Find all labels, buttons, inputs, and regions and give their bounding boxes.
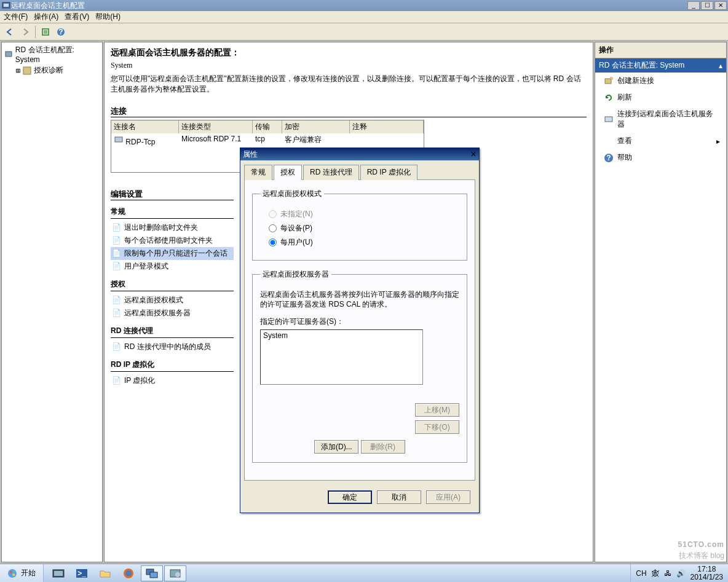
setting-broker-member[interactable]: 📄RD 连接代理中的场的成员 — [111, 340, 234, 353]
broker-group: RD 连接代理 — [111, 326, 234, 338]
windows-icon — [7, 568, 17, 578]
svg-rect-3 — [44, 30, 47, 34]
setting-icon: 📄 — [112, 296, 122, 305]
task-server-manager[interactable] — [47, 565, 69, 581]
task-explorer[interactable] — [94, 565, 116, 581]
tab-broker[interactable]: RD 连接代理 — [303, 165, 359, 180]
setting-icon: 📄 — [112, 262, 122, 272]
connection-icon — [114, 135, 124, 144]
col-comment[interactable]: 注释 — [350, 120, 424, 133]
move-up-button: 上移(M) — [415, 403, 459, 417]
svg-rect-14 — [10, 571, 12, 573]
forward-button[interactable] — [18, 25, 33, 39]
new-connection-icon — [604, 76, 614, 86]
ok-button[interactable]: 确定 — [328, 490, 372, 504]
action-connect-server[interactable]: 连接到远程桌面会话主机服务器 — [595, 106, 726, 133]
collapse-icon[interactable]: ▴ — [719, 61, 722, 70]
tray-icon[interactable]: 🖧 — [664, 569, 671, 578]
list-item[interactable]: System — [263, 331, 420, 340]
app-icon — [1, 1, 11, 10]
setting-icon: 📄 — [112, 309, 122, 318]
dialog-tabs: 常规 授权 RD 连接代理 RD IP 虚拟化 — [244, 164, 475, 180]
svg-rect-16 — [10, 573, 12, 576]
col-encryption[interactable]: 加密 — [282, 120, 350, 133]
svg-rect-19 — [54, 571, 63, 576]
tree-root[interactable]: RD 会话主机配置: System — [4, 44, 100, 65]
window-title: 远程桌面会话主机配置 — [11, 1, 85, 11]
task-firefox[interactable] — [117, 565, 140, 581]
back-button[interactable] — [2, 25, 17, 39]
general-group: 常规 — [111, 206, 234, 219]
tray-icon[interactable]: 🕸 — [652, 569, 659, 578]
setting-restrict-session[interactable]: 📄限制每个用户只能进行一个会话 — [111, 247, 234, 260]
connect-icon — [604, 114, 614, 124]
clock-date[interactable]: 2014/1/23 — [690, 573, 723, 581]
actions-header: 操作 — [595, 42, 726, 58]
col-name[interactable]: 连接名 — [111, 120, 179, 133]
properties-dialog: 属性 ✕ 常规 授权 RD 连接代理 RD IP 虚拟化 远程桌面授权模式 未指… — [240, 147, 480, 513]
tab-general[interactable]: 常规 — [244, 165, 272, 180]
svg-rect-10 — [605, 117, 612, 122]
tab-license[interactable]: 授权 — [274, 165, 302, 180]
svg-rect-6 — [6, 51, 12, 56]
refresh-tbtn[interactable] — [38, 25, 53, 39]
table-row[interactable]: RDP-Tcp Microsoft RDP 7.1 tcp 客户端兼容 — [111, 133, 424, 147]
tree-pane: RD 会话主机配置: System ⊞ 授权诊断 — [1, 42, 103, 562]
svg-point-23 — [125, 570, 132, 576]
server-list-label: 指定的许可证服务器(S)： — [260, 317, 459, 327]
radio-per-device[interactable]: 每设备(P) — [269, 223, 459, 234]
task-config[interactable] — [164, 565, 186, 581]
col-type[interactable]: 连接类型 — [179, 120, 253, 133]
setting-license-server[interactable]: 📄远程桌面授权服务器 — [111, 307, 234, 320]
setting-use-temp[interactable]: 📄每个会话都使用临时文件夹 — [111, 234, 234, 247]
tree-child-license-diag[interactable]: ⊞ 授权诊断 — [16, 65, 100, 76]
actions-context-bar: RD 会话主机配置: System ▴ — [595, 58, 726, 73]
start-button[interactable]: 开始 — [0, 564, 44, 582]
system-name: System — [111, 61, 587, 70]
tab-rdip[interactable]: RD IP 虚拟化 — [360, 165, 417, 180]
col-transport[interactable]: 传输 — [253, 120, 282, 133]
radio-unspecified: 未指定(N) — [269, 209, 459, 219]
toolbar: ? — [0, 23, 728, 41]
menu-file[interactable]: 文件(F) — [4, 12, 28, 22]
server-listbox[interactable]: System — [260, 329, 423, 385]
lang-indicator[interactable]: CH — [636, 569, 646, 578]
menu-help[interactable]: 帮助(H) — [95, 12, 121, 22]
clock-time[interactable]: 17:18 — [690, 565, 723, 573]
minimize-button[interactable]: _ — [687, 1, 700, 10]
action-help[interactable]: ?帮助 — [595, 149, 726, 166]
menu-action[interactable]: 操作(A) — [34, 12, 58, 22]
help-icon: ? — [604, 153, 614, 163]
server-icon — [4, 50, 14, 60]
license-server-group: 远程桌面授权服务器 远程桌面会话主机服务器将按列出许可证服务器的顺序向指定的许可… — [252, 269, 467, 463]
setting-license-mode[interactable]: 📄远程桌面授权模式 — [111, 294, 234, 307]
svg-rect-8 — [115, 137, 122, 142]
setting-delete-temp[interactable]: 📄退出时删除临时文件夹 — [111, 221, 234, 234]
cancel-button[interactable]: 取消 — [377, 490, 421, 504]
task-rdp[interactable] — [141, 565, 163, 581]
connections-section-title: 连接 — [111, 106, 587, 117]
rdip-group: RD IP 虚拟化 — [111, 360, 234, 372]
action-view[interactable]: 查看▸ — [595, 133, 726, 149]
action-create-connection[interactable]: 创建新连接 — [595, 73, 726, 89]
menu-bar: 文件(F) 操作(A) 查看(V) 帮助(H) — [0, 11, 728, 23]
add-button[interactable]: 添加(D)... — [314, 440, 358, 454]
action-refresh[interactable]: 刷新 — [595, 89, 726, 106]
dialog-close-button[interactable]: ✕ — [470, 150, 477, 159]
taskbar: 开始 >_ CH 🕸 🖧 🔊 17:18 2014/1/23 — [0, 564, 728, 582]
volume-icon[interactable]: 🔊 — [676, 569, 686, 578]
radio-per-user[interactable]: 每用户(U) — [269, 237, 459, 248]
task-powershell[interactable]: >_ — [71, 565, 93, 581]
page-description: 您可以使用"远程桌面会话主机配置"配置新连接的设置，修改现有连接的设置，以及删除… — [111, 74, 587, 95]
setting-icon: 📄 — [112, 376, 122, 386]
setting-login-mode[interactable]: 📄用户登录模式 — [111, 260, 234, 273]
maximize-button[interactable]: ☐ — [701, 1, 713, 10]
dialog-titlebar[interactable]: 属性 ✕ — [240, 148, 479, 160]
help-tbtn[interactable]: ? — [53, 25, 68, 39]
menu-view[interactable]: 查看(V) — [65, 12, 89, 22]
svg-point-27 — [175, 572, 180, 577]
svg-rect-17 — [13, 573, 15, 576]
svg-rect-1 — [4, 4, 9, 7]
close-button[interactable]: ✕ — [714, 1, 727, 10]
setting-ip-virtual[interactable]: 📄IP 虚拟化 — [111, 374, 234, 387]
